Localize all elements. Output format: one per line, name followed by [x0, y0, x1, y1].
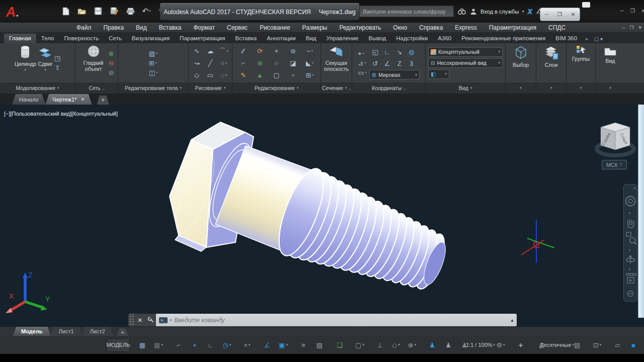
presspull-button[interactable]: ⇧ [55, 64, 60, 71]
file-tab-close-icon[interactable]: ✕ [80, 97, 85, 102]
ucs-icon[interactable]: Z X Y [6, 271, 50, 313]
panel-label-view-controls[interactable]: Вид▾ [426, 82, 506, 94]
panel-label-mesh[interactable]: Сеть⌟ [75, 82, 118, 94]
panel-label-layers[interactable]: ▾ [536, 82, 567, 94]
close-icon[interactable]: ✕ [641, 8, 644, 14]
3d-align-button[interactable]: ⊛ [257, 59, 263, 67]
fillet-edge-button[interactable]: ~▾ [306, 47, 313, 55]
menu-item-3[interactable]: Вид [130, 24, 153, 31]
chevron-down-icon[interactable]: ▾ [364, 59, 366, 67]
chevron-down-icon[interactable]: ▾ [155, 59, 157, 67]
mdi-restore-icon[interactable]: ❐ [629, 25, 633, 30]
chevron-down-icon[interactable]: ▾ [161, 343, 163, 347]
arc-button[interactable]: ⌒▾ [219, 47, 228, 55]
cylinder-button[interactable]: Цилиндр▾ [15, 44, 36, 81]
crosshair-tune-button[interactable]: + [513, 339, 528, 351]
menu-item-9[interactable]: Редактировать [333, 24, 387, 31]
chevron-down-icon[interactable]: ▾ [312, 71, 313, 79]
ribbon-tab-8[interactable]: Аннотации [262, 34, 300, 43]
command-history-toggle[interactable]: ▲ [508, 314, 517, 326]
menu-item-6[interactable]: Сервис [221, 24, 254, 31]
save-as-button[interactable] [108, 5, 121, 18]
isodraft-button[interactable]: ×▾ [239, 339, 255, 351]
graphics-performance-button[interactable]: ● [626, 339, 641, 351]
smooth-object-button[interactable]: Гладкий объект [79, 44, 108, 81]
line-button[interactable]: ╱ [208, 59, 212, 67]
layout-tab-Модель[interactable]: Модель [13, 327, 51, 336]
ucs-origin-button[interactable]: ∟ [384, 48, 390, 56]
polar-tracking-button[interactable]: ◷▾ [219, 339, 234, 351]
command-customize-wrench-icon[interactable] [145, 314, 156, 326]
slice-button[interactable]: ∕∕ [242, 47, 244, 55]
ribbon-tab-10[interactable]: Управление [321, 34, 364, 43]
snap-grid-button[interactable]: ▦▾ [151, 339, 166, 351]
restore-button[interactable]: ❐ [557, 12, 562, 17]
search-input[interactable]: Введите ключевое слово/фразу [359, 6, 454, 17]
workspace-switching-button[interactable]: ⚙▾ [493, 339, 508, 351]
panel-label-section[interactable]: Сечение▾⌟ [321, 82, 352, 94]
layout-tab-Лист2[interactable]: Лист2 [82, 327, 113, 336]
ribbon-tab-6[interactable]: Параметризация [175, 34, 230, 43]
panel-label-modeling[interactable]: Моделирование▾ [0, 82, 75, 94]
new-button[interactable] [59, 5, 72, 18]
array-button[interactable]: ▲ [257, 71, 263, 79]
visual-style-dropdown[interactable]: Концептуальный▾ [428, 47, 503, 57]
lineweight-button[interactable]: ≡ [296, 339, 311, 351]
dynamic-ucs-button[interactable]: ⊥ [372, 339, 387, 351]
new-drawing-tab-button[interactable]: + [97, 96, 109, 105]
viewcube[interactable]: Справа Сзади [594, 117, 638, 158]
panel-label-modify[interactable]: Редактирование▾ [232, 82, 321, 94]
selection-filtering-button[interactable]: ◇▾ [388, 339, 404, 351]
menu-item-10[interactable]: Окно [387, 24, 413, 31]
menu-item-14[interactable]: СПДС [542, 24, 572, 31]
ellipse-button[interactable]: ◌▾ [221, 71, 227, 79]
chevron-down-icon[interactable]: ▾ [227, 47, 228, 55]
undo-button[interactable]: ↶▾ [140, 5, 153, 18]
named-view-dropdown[interactable]: ⊟ Несохраненный вид▾ [428, 58, 503, 68]
chevron-down-icon[interactable]: ▾ [522, 10, 524, 14]
menu-item-7[interactable]: Рисование [254, 24, 296, 31]
vertical-scrollbar[interactable] [638, 105, 644, 318]
panel-label-draw[interactable]: Рисование▾ [189, 82, 232, 94]
copy-button[interactable]: ▢ [273, 71, 279, 79]
search-binoculars-icon[interactable] [457, 8, 466, 15]
annotation-autoscale-button[interactable]: ♟ [441, 339, 456, 351]
chevron-down-icon[interactable]: ▾ [503, 343, 505, 347]
chevron-down-icon[interactable]: ▾ [365, 69, 367, 76]
polygon-button[interactable]: ◇ [194, 71, 199, 79]
chevron-down-icon[interactable]: ▾ [225, 71, 227, 79]
chevron-down-icon[interactable]: ▾ [600, 343, 602, 347]
chevron-down-icon[interactable]: ▾ [311, 47, 313, 55]
chevron-down-icon[interactable]: ▾ [312, 59, 313, 67]
ribbon-minimize-button[interactable]: ▢ ▾ [591, 35, 606, 43]
ucs-world-icon-button[interactable]: ◍ [409, 48, 414, 56]
erase-button[interactable]: ✎ [240, 71, 246, 79]
panel-label-coordinates[interactable]: Координаты⌟ [352, 82, 426, 94]
mesh-smooth-less-button[interactable]: ⊖ [109, 59, 114, 67]
save-button[interactable] [92, 5, 105, 18]
ucs-named-button[interactable]: ⌖▾ [358, 50, 364, 57]
menu-item-2[interactable]: Правка [98, 24, 130, 31]
chevron-down-icon[interactable]: ▾ [362, 343, 364, 347]
groups-button[interactable]: Группы [572, 44, 590, 81]
units-button[interactable]: Десятичные▾ [549, 339, 565, 351]
trim-button[interactable]: ◪ [290, 59, 296, 67]
ucs-face-button[interactable]: ↘ [396, 48, 402, 56]
ucs-previous-button[interactable]: ↺ [372, 60, 378, 67]
open-button[interactable] [75, 5, 89, 18]
chevron-down-icon[interactable]: ▾ [156, 69, 157, 76]
ribbon-tab-11[interactable]: Вывод [363, 34, 391, 43]
ucs-zaxis-button[interactable]: ∠ [384, 60, 390, 67]
ribbon-tab-14[interactable]: Рекомендованные приложения [456, 34, 550, 43]
3d-scale-button[interactable]: ⊚ [290, 47, 296, 55]
chevron-down-icon[interactable]: ▾ [415, 343, 417, 347]
circle-button[interactable]: ○▾ [221, 59, 227, 67]
ucs-x-rotate-button[interactable]: ⊿▾ [358, 59, 366, 67]
group-edit-button[interactable]: ⊞▾ [306, 71, 314, 79]
panel-label-groups[interactable]: ▾ [567, 82, 596, 94]
chevron-down-icon[interactable]: ▾ [398, 343, 400, 347]
revision-cloud-button[interactable]: ☁ [207, 47, 214, 55]
navigation-bar[interactable]: ✕ ▾ ▾ ▾ [623, 184, 637, 302]
panel-label-view-big[interactable]: ▾ [596, 82, 625, 94]
object-snap-3d-button[interactable]: ▢▾ [352, 339, 367, 351]
